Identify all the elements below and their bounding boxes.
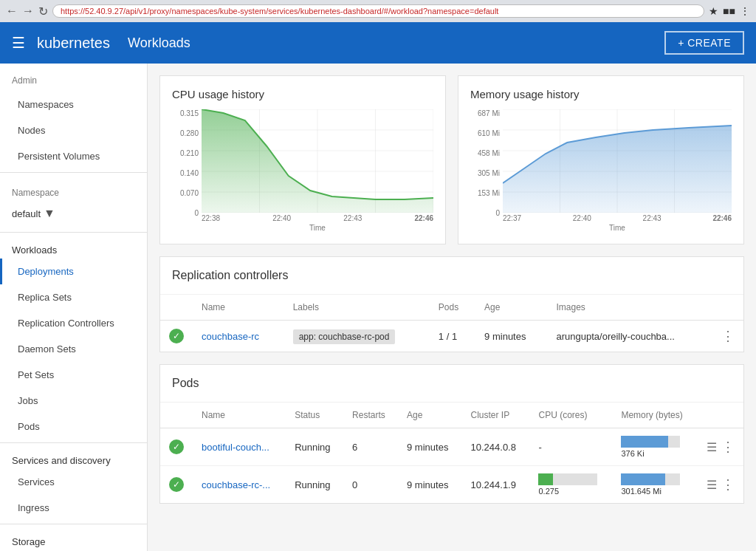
pod2-memory-value: 301.645 Mi [621, 487, 689, 496]
sidebar-item-replica-sets[interactable]: Replica Sets [0, 284, 147, 310]
pod2-more-icon[interactable]: ⋮ [721, 476, 735, 493]
hamburger-menu[interactable]: ☰ [12, 34, 25, 52]
pod2-name: couchbase-rc-... [193, 466, 286, 504]
cpu-chart-svg [202, 109, 433, 213]
rc-col-status [160, 295, 193, 321]
replication-controllers-table: Name Labels Pods Age Images ✓ [160, 295, 743, 352]
cpu-chart-title: CPU usage history [172, 88, 433, 100]
pod1-age: 9 minutes [398, 428, 462, 466]
mem-x-label-1: 22:40 [573, 214, 591, 222]
rc-name-link[interactable]: couchbase-rc [202, 331, 259, 342]
pod2-actions: ☰ ⋮ [698, 466, 743, 504]
table-row: ✓ bootiful-couch... Running 6 9 minutes … [160, 428, 743, 466]
mem-y-label-4: 153 Mi [478, 189, 500, 197]
workloads-group-title: Workloads [0, 236, 147, 259]
browser-bar: ← → ↻ https://52.40.9.27/api/v1/proxy/na… [0, 0, 756, 22]
charts-row: CPU usage history 0.315 0.280 0.210 0.14… [159, 75, 744, 244]
pod1-status: Running [286, 428, 343, 466]
extensions-icon[interactable]: ■■ [723, 5, 735, 17]
pod2-name-link[interactable]: couchbase-rc-... [202, 479, 270, 490]
sidebar-item-namespaces[interactable]: Namespaces [0, 92, 147, 117]
pod2-status: Running [286, 466, 343, 504]
pods-col-age: Age [398, 403, 462, 428]
sidebar: Admin Namespaces Nodes Persistent Volume… [0, 64, 148, 551]
mem-x-label-3: 22:46 [712, 214, 732, 222]
pod2-cpu-value: 0.275 [538, 487, 603, 496]
bookmark-icon[interactable]: ★ [709, 5, 718, 17]
pod1-mem-bar [621, 436, 668, 448]
divider-2 [0, 232, 147, 233]
cpu-y-label-3: 0.140 [180, 169, 199, 177]
pod1-memory-value: 376 Ki [621, 449, 689, 458]
namespace-selector[interactable]: default ▼ [0, 204, 147, 229]
rc-col-pods: Pods [430, 295, 475, 321]
memory-x-axis-label: Time [503, 224, 732, 232]
pod2-mem-bar [621, 473, 665, 485]
pod2-age: 9 minutes [398, 466, 462, 504]
pods-table: Name Status Restarts Age Cluster IP CPU … [160, 403, 743, 503]
forward-button[interactable]: → [22, 4, 34, 18]
storage-group-title: Storage [0, 527, 147, 550]
page-title: Workloads [128, 35, 664, 51]
back-button[interactable]: ← [6, 4, 18, 18]
reload-button[interactable]: ↻ [38, 4, 48, 18]
replication-controllers-title: Replication controllers [160, 257, 743, 295]
pod1-cpu: - [529, 428, 612, 466]
cpu-y-label-0: 0.315 [180, 109, 199, 117]
chevron-down-icon: ▼ [44, 207, 55, 220]
cpu-x-label-1: 22:40 [272, 214, 291, 222]
pod1-name: bootiful-couch... [193, 428, 286, 466]
pod1-name-link[interactable]: bootiful-couch... [202, 442, 269, 453]
main-content: CPU usage history 0.315 0.280 0.210 0.14… [148, 64, 756, 551]
pod2-cpu: 0.275 [529, 466, 612, 504]
sidebar-item-pet-sets[interactable]: Pet Sets [0, 362, 147, 388]
pod2-logs-icon[interactable]: ☰ [707, 478, 717, 492]
sidebar-item-deployments[interactable]: Deployments [0, 259, 147, 284]
pod1-status-icon: ✓ [160, 428, 193, 466]
mem-y-label-3: 305 Mi [478, 169, 500, 177]
mem-y-label-1: 610 Mi [478, 129, 500, 137]
pod2-restarts: 0 [343, 466, 398, 504]
pod1-more-icon[interactable]: ⋮ [721, 439, 735, 455]
rc-row-status: ✓ [160, 321, 193, 352]
mem-y-label-0: 687 Mi [478, 109, 500, 117]
sidebar-item-daemon-sets[interactable]: Daemon Sets [0, 336, 147, 362]
rc-row-pods: 1 / 1 [430, 321, 475, 352]
memory-chart-card: Memory usage history 687 Mi 610 Mi 458 M… [458, 75, 744, 244]
sidebar-item-persistent-volumes[interactable]: Persistent Volumes [0, 143, 147, 169]
rc-more-icon[interactable]: ⋮ [721, 329, 735, 343]
namespace-value: default [12, 208, 41, 219]
pod1-logs-icon[interactable]: ☰ [707, 440, 717, 454]
pod2-memory: 301.645 Mi [612, 466, 698, 504]
mem-x-label-0: 22:37 [503, 214, 521, 222]
rc-row-actions: ⋮ [712, 321, 743, 352]
create-button[interactable]: + CREATE [664, 31, 744, 55]
rc-col-labels: Labels [284, 295, 430, 321]
brand-logo: kubernetes [37, 35, 110, 52]
url-bar[interactable]: https://52.40.9.27/api/v1/proxy/namespac… [52, 4, 704, 18]
pods-title: Pods [160, 365, 743, 403]
rc-label-chip: app: couchbase-rc-pod [293, 329, 396, 344]
divider-3 [0, 442, 147, 443]
cpu-y-label-4: 0.070 [180, 189, 199, 197]
namespace-label: Namespace [0, 176, 147, 204]
pod1-memory: 376 Ki [612, 428, 698, 466]
pod1-cluster-ip: 10.244.0.8 [462, 428, 530, 466]
mem-y-label-5: 0 [495, 209, 500, 217]
sidebar-item-services[interactable]: Services [0, 469, 147, 495]
sidebar-item-jobs[interactable]: Jobs [0, 388, 147, 414]
rc-row-images: arungupta/oreilly-couchba... [547, 321, 712, 352]
admin-section-title: Admin [0, 64, 147, 92]
cpu-x-label-2: 22:43 [343, 214, 362, 222]
services-group-title: Services and discovery [0, 446, 147, 469]
pod2-cluster-ip: 10.244.1.9 [462, 466, 530, 504]
menu-icon[interactable]: ⋮ [740, 5, 750, 17]
pods-col-status-label: Status [286, 403, 343, 428]
pod2-status-icon: ✓ [160, 466, 193, 504]
table-row: ✓ couchbase-rc app: couchbase-rc-pod 1 /… [160, 321, 743, 352]
pods-col-status [160, 403, 193, 428]
sidebar-item-nodes[interactable]: Nodes [0, 117, 147, 143]
sidebar-item-ingress[interactable]: Ingress [0, 495, 147, 521]
sidebar-item-pods[interactable]: Pods [0, 414, 147, 439]
sidebar-item-replication-controllers[interactable]: Replication Controllers [0, 310, 147, 336]
